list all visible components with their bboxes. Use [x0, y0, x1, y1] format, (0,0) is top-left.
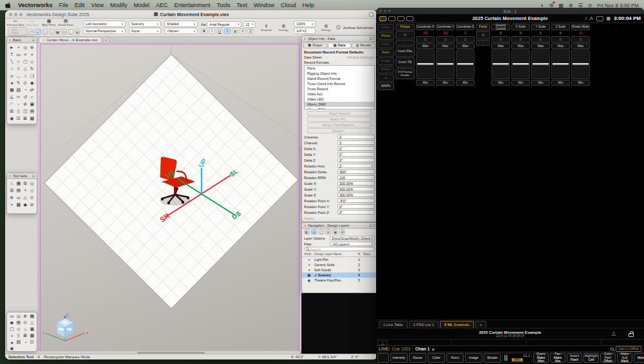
param-tab[interactable]: Z Scale: [551, 24, 570, 30]
slider-handle[interactable]: [457, 63, 473, 65]
tool-icon[interactable]: ↺: [22, 93, 29, 101]
field-input[interactable]: 360°: [337, 169, 375, 174]
tool-icon[interactable]: ⌐: [29, 93, 36, 101]
menu-icon[interactable]: ☰: [32, 174, 35, 178]
tool-icon[interactable]: ◎: [15, 313, 23, 320]
palette-header[interactable]: ×Navigation - Design Layers☰ ?: [302, 223, 377, 229]
param-slider[interactable]: [511, 50, 530, 79]
tool-icon[interactable]: ▭: [15, 51, 23, 58]
layer-row[interactable]: ×Light Plot1: [302, 257, 377, 262]
slider-handle[interactable]: [513, 63, 529, 65]
tool-icon[interactable]: ⊠: [22, 115, 29, 122]
class-dropdown[interactable]: Scenery▾: [129, 21, 161, 27]
expand-icon[interactable]: [369, 12, 374, 17]
tool-icon[interactable]: ▢: [8, 326, 15, 332]
tool-icon[interactable]: ○: [8, 65, 15, 72]
filter-dropdown[interactable]: <All Layers>▾: [330, 242, 375, 246]
home-button[interactable]: ⌂: [416, 36, 435, 43]
softkey-mark[interactable]: Make NullMark: [617, 353, 632, 363]
menu-edit[interactable]: Edit: [75, 2, 85, 8]
tool-icon[interactable]: ⊘: [22, 101, 29, 108]
tool-icon[interactable]: ≈: [15, 58, 23, 65]
tool-icon[interactable]: ◫: [22, 108, 29, 115]
previous-view-button[interactable]: ⇦Previous View: [8, 19, 23, 26]
new-tab-button[interactable]: +: [103, 37, 109, 43]
softkey-more-sk[interactable]: More SK: [634, 353, 644, 363]
menu-icon[interactable]: ☰ ?: [369, 224, 375, 227]
tool-icon[interactable]: ╲: [8, 58, 15, 65]
home-button[interactable]: ⌂: [531, 36, 550, 43]
min-button[interactable]: Min: [491, 80, 510, 86]
collapse-button[interactable]: -: [395, 40, 415, 46]
user-account[interactable]: Joshua Schulman: [336, 25, 375, 30]
tab-data[interactable]: ▤Data: [328, 43, 352, 48]
view-cube[interactable]: Y X Z: [43, 313, 89, 341]
min-button[interactable]: Min: [511, 80, 530, 86]
record-item[interactable]: Video LED: [305, 97, 374, 102]
tool-icon[interactable]: +: [15, 44, 23, 51]
viewports-icon[interactable]: ⧉: [325, 229, 331, 235]
close-icon[interactable]: ×: [9, 38, 11, 42]
class-none-dropdown[interactable]: None▾: [129, 28, 161, 34]
eos-category-shutter[interactable]: Shutter: [377, 66, 394, 73]
saved-views-button[interactable]: ▤Saved Views: [58, 19, 73, 26]
softkey-flash[interactable]: AssertFlash: [567, 353, 582, 363]
tool-icon[interactable]: ▣: [29, 101, 36, 108]
auto-plane-button[interactable]: Auto-Plane: [8, 27, 28, 36]
record-item[interactable]: Parts: [305, 66, 374, 71]
menu-text[interactable]: Text: [237, 2, 248, 8]
param-tab[interactable]: Generic Control: [491, 24, 510, 30]
tool-icon[interactable]: ⊙: [22, 79, 29, 86]
tool-icon[interactable]: ◎: [29, 180, 36, 187]
eos-category-intens[interactable]: Intens: [377, 24, 394, 32]
sheet-layers-icon[interactable]: ▢: [318, 229, 324, 235]
softkey-shutter[interactable]: Shutter: [484, 353, 501, 363]
tab-render[interactable]: ◍Render: [352, 43, 375, 48]
font-size-dropdown[interactable]: 12▾: [243, 21, 256, 28]
softkey-intensity[interactable]: Intensity: [390, 353, 408, 363]
field-input[interactable]: -5'0": [337, 198, 375, 203]
tool-icon[interactable]: ◇: [29, 58, 36, 65]
eye-icon[interactable]: ◉: [304, 278, 314, 282]
softkey-make-abs[interactable]: FanMake Abs: [550, 353, 565, 363]
field-input[interactable]: 0: [337, 135, 375, 139]
max-button[interactable]: Max: [571, 43, 590, 49]
monitor-3-icon[interactable]: [397, 16, 404, 21]
menu-help[interactable]: Help: [303, 2, 315, 8]
layer-search-input[interactable]: Search: [304, 247, 375, 251]
mode-icon-3[interactable]: ◇: [43, 29, 48, 35]
tool-icon[interactable]: ◠: [8, 101, 15, 108]
tool-icon[interactable]: ⊠: [22, 332, 29, 339]
slider-handle[interactable]: [437, 63, 453, 65]
tool-icon[interactable]: ▭: [15, 194, 23, 201]
align-plane-button[interactable]: ▦Align Plane: [41, 19, 57, 26]
param-tab[interactable]: Y Scale: [531, 24, 550, 30]
menu-model[interactable]: Model: [133, 2, 149, 8]
eos-category-allnps[interactable]: AllNPs: [377, 82, 394, 90]
field-input[interactable]: 300.00%: [337, 193, 375, 197]
invert-pan-button[interactable]: Invert Pan: [395, 46, 415, 57]
detach-button[interactable]: Detach...: [307, 128, 372, 133]
font-dropdown[interactable]: Arial Regular▾: [207, 21, 242, 28]
tool-icon[interactable]: △: [22, 194, 29, 201]
tab-shape[interactable]: ⬟Shape: [303, 43, 327, 48]
tool-icon[interactable]: T: [8, 51, 15, 58]
menu-view[interactable]: View: [91, 2, 104, 8]
assign-classifications-button[interactable]: Assign Classifications...: [307, 122, 372, 128]
record-item[interactable]: Truss Record: [305, 86, 374, 91]
home-button[interactable]: ⌂: [491, 36, 510, 43]
tool-icon[interactable]: ◉: [8, 115, 15, 122]
field-input[interactable]: 0": [337, 204, 375, 209]
drawing-viewport[interactable]: US UP SL SR DS: [37, 43, 303, 354]
slider-handle[interactable]: [417, 63, 433, 65]
eos-category-⌂[interactable]: ⌂: [377, 74, 394, 82]
softkey-blank[interactable]: [377, 353, 389, 363]
tool-icon[interactable]: ❏: [29, 72, 36, 79]
collapse-button[interactable]: -: [476, 40, 490, 46]
min-button[interactable]: Min: [436, 80, 455, 86]
slider-handle[interactable]: [533, 63, 549, 65]
param-tab[interactable]: Coordinate X: [416, 24, 435, 30]
hidden-icon[interactable]: ×: [304, 268, 314, 272]
tool-icon[interactable]: △: [29, 320, 36, 326]
param-slider[interactable]: [416, 50, 435, 79]
